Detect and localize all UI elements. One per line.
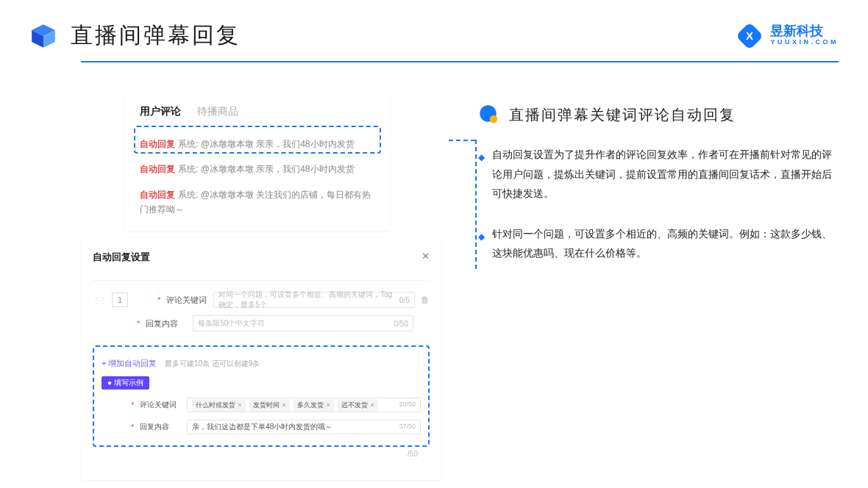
example-badge: ● 填写示例 [102, 376, 149, 390]
reply-input[interactable]: 每条限50个中文字符 0/50 [193, 315, 413, 331]
comments-card: 用户评论 待播商品 自动回复系统: @冰墩墩本墩 亲亲，我们48小时内发货 自动… [125, 92, 390, 231]
auto-reply-tag: 自动回复 [140, 190, 175, 200]
cube-icon [29, 22, 57, 50]
keyword-label: 评论关键词 [166, 295, 207, 306]
row-number: 1 [112, 293, 128, 307]
ex-reply-label: 回复内容 [140, 422, 181, 432]
section-subtitle: 直播间弹幕关键词评论自动回复 [509, 105, 736, 125]
left-screenshots: 用户评论 待播商品 自动回复系统: @冰墩墩本墩 亲亲，我们48小时内发货 自动… [81, 92, 434, 284]
ex-reply-value: 亲，我们这边都是下单48小时内发货的哦～ [192, 422, 332, 432]
close-icon[interactable]: ✕ [421, 251, 430, 264]
keyword-count: 0/5 [399, 296, 410, 304]
drag-handle-icon[interactable]: ⋮⋮ [93, 296, 106, 304]
comment-line: 自动回复系统: @冰墩墩本墩 亲亲，我们48小时内发货 [140, 162, 375, 176]
right-description: 直播间弹幕关键词评论自动回复 ◆ 自动回复设置为了提升作者的评论回复效率，作者可… [478, 92, 839, 284]
required-star: * [137, 319, 140, 328]
brand-block: X 昱新科技 YUUXIN.COM [736, 23, 839, 49]
diamond-bullet-icon: ◆ [478, 149, 485, 204]
diamond-bullet-icon: ◆ [478, 229, 485, 263]
ex-tag-count: 20/50 [399, 401, 416, 408]
auto-reply-tag: 自动回复 [140, 164, 175, 174]
add-auto-reply-link[interactable]: + 增加自动回复 [102, 358, 157, 369]
reply-row: * 回复内容 每条限50个中文字符 0/50 [93, 312, 430, 335]
tag-chip: 发货时间× [249, 399, 289, 412]
ex-reply-count: 37/50 [399, 423, 416, 430]
chat-bubble-icon [478, 104, 500, 126]
bullet-text: 针对同一个问题，可设置多个相近的、高频的关键词。例如：这款多少钱、这块能优惠吗、… [492, 224, 839, 263]
example-highlight: + 增加自动回复 最多可建10条 还可以创建9条 ● 填写示例 * 评论关键词 … [93, 345, 430, 447]
bullet-text: 自动回复设置为了提升作者的评论回复效率，作者可在开播前针对常见的评论用户问题，提… [492, 145, 839, 204]
comment-text: 系统: @冰墩墩本墩 亲亲，我们48小时内发货 [178, 164, 355, 174]
add-hint: 最多可建10条 还可以创建9条 [165, 359, 260, 367]
reply-count: 0/50 [394, 320, 408, 328]
tag-chip: 什么时候发货× [192, 399, 245, 412]
tag-chip: 迟不发货× [338, 399, 377, 412]
keyword-input[interactable]: 对同一个问题，可设置多个相近、高频的关键词，Tag确定，最多5个 0/5 [213, 292, 415, 308]
delete-icon[interactable]: 🗑 [421, 295, 430, 305]
ex-keyword-input[interactable]: 什么时候发货× 发货时间× 多久发货× 迟不发货× 20/50 [187, 398, 421, 412]
page-title: 直播间弹幕回复 [71, 21, 241, 51]
ex-keyword-label: 评论关键词 [140, 400, 181, 410]
required-star: * [157, 295, 160, 304]
keyword-placeholder: 对同一个问题，可设置多个相近、高频的关键词，Tag确定，最多5个 [218, 290, 399, 310]
required-star: * [131, 401, 134, 409]
reply-placeholder: 每条限50个中文字符 [198, 318, 265, 329]
tab-user-comments[interactable]: 用户评论 [140, 105, 181, 118]
brand-logo-icon: X [736, 23, 763, 49]
required-star: * [131, 423, 134, 431]
highlight-first-comment [134, 126, 381, 154]
reply-label: 回复内容 [146, 318, 187, 329]
ex-reply-input[interactable]: 亲，我们这边都是下单48小时内发货的哦～ 37/50 [187, 420, 421, 434]
brand-name: 昱新科技 [770, 24, 839, 37]
svg-point-6 [490, 115, 498, 123]
connector-line [475, 140, 477, 269]
comment-line: 自动回复系统: @冰墩墩本墩 关注我们的店铺，每日都有热门推荐呦～ [140, 187, 375, 218]
brand-subtitle: YUUXIN.COM [770, 37, 839, 47]
settings-title: 自动回复设置 [93, 251, 150, 264]
bottom-count: /50 [93, 447, 430, 458]
page-header: 直播间弹幕回复 X 昱新科技 YUUXIN.COM [0, 0, 868, 51]
tab-pending-goods[interactable]: 待播商品 [197, 105, 238, 118]
keyword-row: ⋮⋮ 1 * 评论关键词 对同一个问题，可设置多个相近、高频的关键词，Tag确定… [93, 288, 430, 312]
svg-text:X: X [746, 29, 753, 41]
bullet-item: ◆ 针对同一个问题，可设置多个相近的、高频的关键词。例如：这款多少钱、这块能优惠… [478, 224, 839, 263]
auto-reply-settings-card: 自动回复设置 ✕ ⋮⋮ 1 * 评论关键词 对同一个问题，可设置多个相近、高频的… [81, 239, 441, 480]
bullet-item: ◆ 自动回复设置为了提升作者的评论回复效率，作者可在开播前针对常见的评论用户问题… [478, 145, 839, 204]
tag-chip: 多久发货× [294, 399, 333, 412]
connector-line [449, 140, 475, 141]
